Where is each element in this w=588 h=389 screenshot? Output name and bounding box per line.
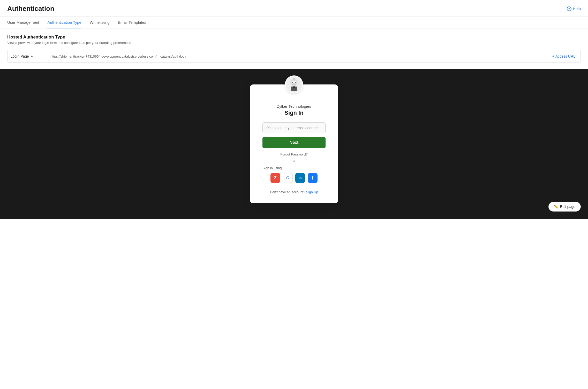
help-link[interactable]: ? Help — [567, 6, 581, 11]
email-input[interactable] — [262, 122, 326, 133]
dropdown-arrow-icon: ▾ — [31, 54, 33, 58]
avatar — [285, 75, 303, 94]
svg-point-6 — [293, 78, 295, 79]
svg-rect-7 — [292, 84, 296, 85]
tabs-bar: User Management Authentication Type Whit… — [0, 17, 588, 28]
login-preview-area: Zylker Technologies Sign In Next Forgot … — [0, 69, 588, 219]
tab-whitelisting[interactable]: Whitelisting — [90, 17, 110, 28]
tab-email-templates[interactable]: Email Templates — [118, 17, 146, 28]
svg-point-0 — [290, 79, 298, 86]
edit-page-label: Edit page — [560, 205, 575, 209]
access-url-label: Access URL — [555, 54, 575, 58]
auth-url-display: https://shipmenttracker-74310654.develop… — [46, 50, 546, 63]
no-account-text: Don't have an account? Sign Up — [270, 190, 318, 194]
company-name: Zylker Technologies — [277, 104, 311, 108]
external-link-icon: ↗ — [551, 55, 554, 58]
svg-point-4 — [295, 82, 296, 83]
help-icon: ? — [567, 6, 571, 11]
page-type-dropdown[interactable]: Login Page ▾ — [7, 50, 46, 63]
sign-up-link[interactable]: Sign Up — [306, 190, 318, 194]
url-bar: Login Page ▾ https://shipmenttracker-743… — [7, 50, 581, 63]
google-signin-button[interactable]: G — [283, 173, 293, 183]
tab-user-management[interactable]: User Management — [7, 17, 39, 28]
page-type-label: Login Page — [11, 54, 29, 58]
or-text: or — [293, 159, 296, 162]
access-url-button[interactable]: ↗ Access URL — [546, 50, 581, 63]
login-card: Zylker Technologies Sign In Next Forgot … — [250, 84, 338, 203]
edit-icon: ✏️ — [554, 205, 558, 209]
page-header: Authentication ? Help — [0, 0, 588, 17]
divider-line-left — [262, 161, 290, 161]
tab-authentication-type[interactable]: Authentication Type — [47, 17, 81, 28]
sign-in-title: Sign In — [284, 110, 303, 116]
divider-line-right — [298, 161, 326, 161]
svg-point-3 — [292, 82, 293, 83]
section-subtitle: View a preview of your login form and co… — [7, 41, 581, 45]
help-label: Help — [573, 6, 581, 11]
svg-rect-9 — [293, 86, 295, 88]
forgot-password-link[interactable]: Forgot Password? — [280, 152, 308, 156]
facebook-signin-button[interactable]: f — [308, 173, 318, 183]
section-title: Hosted Authentication Type — [7, 35, 581, 40]
linkedin-signin-button[interactable]: in — [295, 173, 305, 183]
next-button[interactable]: Next — [262, 137, 326, 148]
zoho-signin-button[interactable]: Z — [270, 173, 280, 183]
or-divider: or — [262, 159, 326, 162]
edit-page-button[interactable]: ✏️ Edit page — [548, 202, 581, 212]
page-title: Authentication — [7, 5, 54, 13]
content-area: Hosted Authentication Type View a previe… — [0, 28, 588, 69]
social-icons-container: Z G in f — [270, 173, 318, 183]
sign-in-using-label: Sign in using — [262, 166, 282, 170]
